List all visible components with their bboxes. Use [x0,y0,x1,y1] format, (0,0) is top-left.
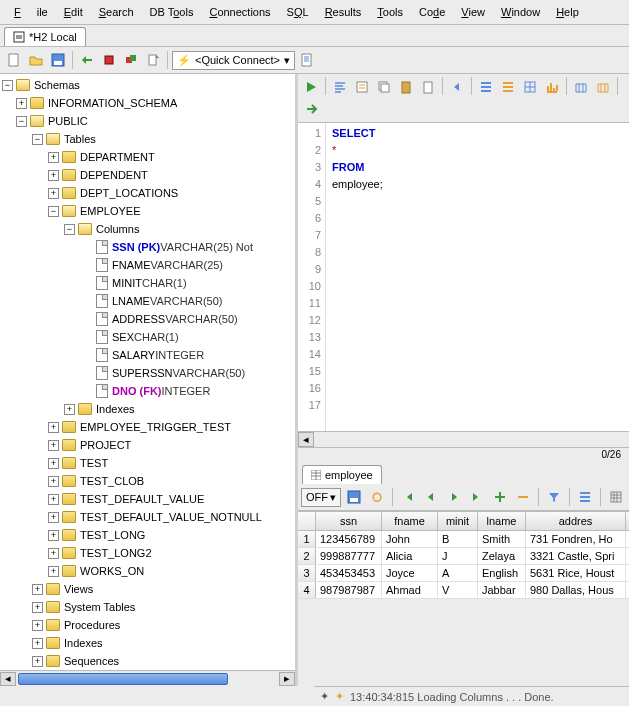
cell[interactable]: Ahmad [382,582,438,598]
grid-view-button[interactable] [606,487,626,507]
tree-item[interactable]: +TEST [0,454,295,472]
expand-icon[interactable]: + [64,404,75,415]
column-item[interactable]: SEX CHAR(1) [0,328,295,346]
result-tab-employee[interactable]: employee [302,465,382,484]
expand-icon[interactable]: + [48,170,59,181]
table-row[interactable]: 4987987987AhmadVJabbar980 Dallas, Hous [298,582,629,599]
code-area[interactable]: SELECT *FROM employee; [326,123,629,431]
menu-sql[interactable]: SQL [279,3,317,21]
collapse-icon[interactable]: − [2,80,13,91]
add-row-button[interactable] [490,487,510,507]
paste-button[interactable] [396,77,416,97]
editor-hscroll[interactable]: ◂ [298,431,629,447]
col-header[interactable]: addres [526,512,626,530]
connect-button[interactable] [77,50,97,70]
autocommit-toggle[interactable]: OFF▾ [301,488,341,507]
expand-icon[interactable]: + [32,620,43,631]
expand-icon[interactable]: + [32,638,43,649]
tree-item[interactable]: +DEPENDENT [0,166,295,184]
nav-back-button[interactable] [447,77,467,97]
chart-button[interactable] [542,77,562,97]
quick-connect-dropdown[interactable]: ⚡ <Quick Connect> ▾ [172,51,295,70]
tree-item[interactable]: +PROJECT [0,436,295,454]
expand-icon[interactable]: + [32,656,43,667]
refresh-button[interactable] [367,487,387,507]
tree-item[interactable]: +TEST_DEFAULT_VALUE_NOTNULL [0,508,295,526]
collapse-icon[interactable]: − [48,206,59,217]
cell[interactable]: 980 Dallas, Hous [526,582,626,598]
sql-editor[interactable]: 1234567891011121314151617 SELECT *FROM e… [298,123,629,431]
rownum-header[interactable] [298,512,316,530]
tree-item[interactable]: +Views [0,580,295,598]
column-item[interactable]: MINIT CHAR(1) [0,274,295,292]
cell[interactable]: V [438,582,478,598]
next-button[interactable] [301,99,321,119]
table-row[interactable]: 2999887777AliciaJZelaya3321 Castle, Spri [298,548,629,565]
column-item[interactable]: SSN (PK) VARCHAR(25) Not [0,238,295,256]
expand-icon[interactable]: + [16,98,27,109]
column-item[interactable]: LNAME VARCHAR(50) [0,292,295,310]
collapse-icon[interactable]: − [16,116,27,127]
tree-item[interactable]: +TEST_CLOB [0,472,295,490]
tree-item[interactable]: +TEST_LONG2 [0,544,295,562]
disconnect-button[interactable] [99,50,119,70]
tab-h2-local[interactable]: *H2 Local [4,27,86,46]
schema-tree[interactable]: −Schemas +INFORMATION_SCHEMA −PUBLIC −Ta… [0,74,295,670]
menu-dbtools[interactable]: DB Tools [142,3,202,21]
list2-button[interactable] [498,77,518,97]
col-header[interactable]: ssn [316,512,382,530]
copy-button[interactable] [374,77,394,97]
cell[interactable]: Smith [478,531,526,547]
delete-row-button[interactable] [513,487,533,507]
tree-root[interactable]: −Schemas [0,76,295,94]
script-edit-button[interactable] [352,77,372,97]
export-results-button[interactable] [575,487,595,507]
menu-help[interactable]: Help [548,3,587,21]
col-header[interactable]: lname [478,512,526,530]
col-header[interactable]: fname [382,512,438,530]
scroll-left-icon[interactable]: ◂ [0,672,16,686]
expand-icon[interactable]: + [48,422,59,433]
tree-item[interactable]: +Indexes [0,634,295,652]
cell[interactable]: B [438,531,478,547]
last-row-button[interactable] [467,487,487,507]
cell[interactable]: 731 Fondren, Ho [526,531,626,547]
expand-icon[interactable]: + [48,494,59,505]
col-header[interactable]: minit [438,512,478,530]
expand-icon[interactable]: + [48,566,59,577]
tree-item[interactable]: +System Tables [0,598,295,616]
menu-tools[interactable]: Tools [369,3,411,21]
tree-hscroll[interactable]: ◂ ▸ [0,670,295,686]
tree-item[interactable]: +DEPT_LOCATIONS [0,184,295,202]
scroll-left-icon[interactable]: ◂ [298,432,314,447]
column-item[interactable]: SALARY INTEGER [0,346,295,364]
list-button[interactable] [476,77,496,97]
table-row[interactable]: 3453453453JoyceAEnglish5631 Rice, Houst [298,565,629,582]
expand-icon[interactable]: + [48,440,59,451]
cell[interactable]: 987987987 [316,582,382,598]
tree-item[interactable]: −Tables [0,130,295,148]
tree-item[interactable]: −PUBLIC [0,112,295,130]
export-button[interactable] [571,77,591,97]
first-row-button[interactable] [398,487,418,507]
tree-item[interactable]: +WORKS_ON [0,562,295,580]
tree-item[interactable]: +TEST_DEFAULT_VALUE [0,490,295,508]
save-button[interactable] [48,50,68,70]
menu-code[interactable]: Code [411,3,453,21]
collapse-icon[interactable]: − [64,224,75,235]
prev-row-button[interactable] [421,487,441,507]
cell[interactable]: 999887777 [316,548,382,564]
cell[interactable]: 3321 Castle, Spri [526,548,626,564]
new-file-button[interactable] [4,50,24,70]
cell[interactable]: 5631 Rice, Houst [526,565,626,581]
new-connection-button[interactable] [143,50,163,70]
cell[interactable]: 123456789 [316,531,382,547]
expand-icon[interactable]: + [48,530,59,541]
export2-button[interactable] [593,77,613,97]
expand-icon[interactable]: + [32,584,43,595]
table-row[interactable]: 1123456789JohnBSmith731 Fondren, Ho [298,531,629,548]
column-item[interactable]: ADDRESS VARCHAR(50) [0,310,295,328]
results-grid[interactable]: ssn fname minit lname addres 1123456789J… [298,511,629,599]
menu-connections[interactable]: Connections [201,3,278,21]
expand-icon[interactable]: + [48,152,59,163]
